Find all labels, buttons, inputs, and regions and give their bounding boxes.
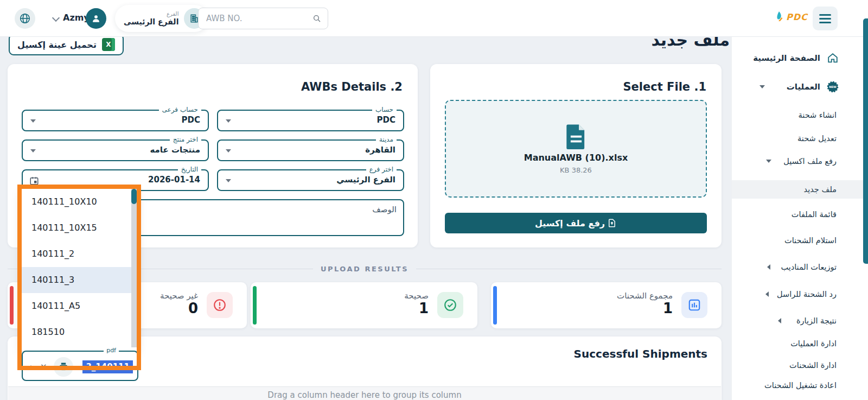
dropdown-option[interactable]: 140111_2: [22, 241, 137, 267]
combo-selected-value[interactable]: 3_140111: [82, 360, 133, 373]
error-icon: [207, 292, 233, 318]
search-icon[interactable]: [312, 14, 321, 23]
product-select[interactable]: اختر منتج منتجات عامه: [22, 139, 209, 161]
sidebar-item-courier-distributions[interactable]: توزيعات المناديب: [732, 258, 868, 276]
chevron-down-icon: [760, 85, 765, 88]
branch-label: الفرع: [124, 11, 178, 17]
incorrect-value: 0: [160, 301, 198, 316]
dropdown-option[interactable]: 181510: [22, 319, 137, 345]
select-file-title: Select File .1: [623, 80, 707, 93]
sidebar-item-new-file[interactable]: ملف جديد: [732, 180, 868, 199]
awb-search-input[interactable]: [205, 13, 312, 24]
dropdown-option-selected[interactable]: 140111_3: [22, 267, 137, 293]
success-accent-bar: [253, 286, 257, 325]
sidebar-item-receive-shipments[interactable]: استلام الشحنات: [732, 231, 868, 250]
avatar[interactable]: [86, 8, 106, 29]
incorrect-label: غير صحيحة: [160, 291, 198, 301]
document-icon: [565, 123, 588, 149]
combo-label-fragment: pdf: [104, 347, 119, 354]
chevron-down-icon: [226, 179, 231, 182]
sidebar-item-home[interactable]: الصفحة الرئيسية: [732, 49, 868, 67]
app-window: Azmy الفرع الفرع الرئيسى PDC: [0, 0, 868, 400]
sidebar-item-operations[interactable]: NEW العمليات: [732, 78, 868, 96]
file-dropzone[interactable]: ManualAWB (10).xlsx KB 38.26: [445, 100, 707, 198]
language-globe-button[interactable]: [15, 8, 35, 29]
top-bar: Azmy الفرع الفرع الرئيسى PDC: [0, 0, 868, 37]
branch-selector[interactable]: الفرع الفرع الرئيسى: [115, 5, 208, 32]
size-dropdown-list: 140111_10X10 140111_10X15 140111_2 14011…: [22, 189, 137, 351]
brand-logo: PDC: [774, 11, 808, 23]
correct-label: صحيحة: [404, 291, 429, 301]
info-accent-bar: [493, 286, 497, 325]
successful-shipments-title: Successful Shipments: [574, 347, 707, 360]
branch-name: الفرع الرئيسى: [124, 17, 178, 26]
sidebar-item-return-shipment[interactable]: رد الشحنة للراسل: [732, 285, 868, 303]
sidebar: الصفحة الرئيسية NEW العمليات انشاء شحنة …: [731, 37, 868, 400]
branch-select[interactable]: اختر فرع الفرع الرئيسي: [217, 169, 404, 191]
awb-details-title: AWBs Details .2: [301, 80, 403, 93]
total-shipments-card: مجموع الشحنات 1: [491, 282, 722, 328]
excel-icon: X: [102, 38, 115, 51]
total-label: مجموع الشحنات: [617, 291, 673, 301]
group-by-strip[interactable]: Drag a column header here to group its c…: [8, 386, 721, 400]
chevron-left-icon: [765, 291, 769, 297]
error-accent-bar: [10, 286, 14, 325]
svg-text:NEW: NEW: [829, 85, 837, 88]
date-field[interactable]: التاريخ 2026-01-14: [22, 169, 209, 191]
file-upload-icon: [607, 218, 617, 228]
select-file-card: Select File .1 ManualAWB (10).xlsx KB 38…: [430, 64, 722, 247]
sidebar-item-create-shipment[interactable]: انشاء شحنة: [732, 106, 868, 124]
chevron-down-icon: [226, 149, 231, 153]
selected-file-name: ManualAWB (10).xlsx: [524, 153, 628, 163]
check-icon: [437, 292, 463, 318]
chevron-down-icon: [226, 119, 231, 123]
sidebar-item-files-list[interactable]: قائمة الملفات: [732, 205, 868, 224]
description-placeholder: الوصف: [372, 205, 397, 214]
sidebar-item-visit-result[interactable]: نتيجة الزيارة: [732, 312, 868, 330]
chevron-left-icon: [778, 318, 781, 323]
printer-button[interactable]: [54, 357, 73, 377]
correct-shipments-card: صحيحة 1: [251, 282, 477, 328]
person-icon: [91, 13, 101, 24]
menu-toggle-button[interactable]: [813, 7, 838, 30]
selected-file-size: KB 38.26: [560, 166, 592, 174]
dropdown-scrollbar[interactable]: [131, 189, 137, 347]
sidebar-item-restart-shipments[interactable]: اعادة تشغيل الشحنات: [732, 376, 868, 395]
sidebar-item-shipments-management[interactable]: ادارة الشحنات: [732, 356, 868, 374]
awb-search: [198, 8, 328, 29]
dropdown-option[interactable]: 140111_A5: [22, 293, 137, 319]
bar-chart-icon: [681, 292, 707, 318]
globe-icon: [19, 12, 31, 24]
total-value: 1: [617, 301, 673, 316]
sub-account-select[interactable]: حساب فرعى PDC: [22, 110, 209, 131]
correct-value: 1: [404, 301, 429, 316]
group-by-hint: Drag a column header here to group its c…: [8, 390, 721, 400]
page-scrollbar[interactable]: [863, 18, 868, 264]
chevron-down-icon: [766, 160, 771, 163]
city-select[interactable]: مدينة القاهرة: [217, 139, 404, 161]
sidebar-item-edit-shipment[interactable]: تعديل شحنة: [732, 129, 868, 148]
download-excel-sample-button[interactable]: تحميل عينة إكسيل X: [9, 34, 124, 55]
label-size-combo[interactable]: pdf ✕ 3_140111: [22, 351, 138, 381]
upload-excel-button[interactable]: رفع ملف إكسيل: [445, 213, 707, 233]
sidebar-item-upload-excel[interactable]: رفع ملف اكسيل: [732, 152, 868, 170]
operations-gear-icon: NEW: [826, 80, 840, 94]
printer-icon: [58, 361, 69, 372]
calendar-icon[interactable]: [29, 176, 39, 186]
chevron-down-icon[interactable]: [52, 14, 60, 22]
hamburger-icon: [819, 14, 831, 16]
branch-text: الفرع الفرع الرئيسى: [124, 11, 178, 26]
home-icon: [826, 51, 840, 65]
chevron-down-icon: [30, 119, 36, 123]
pdc-flame-icon: [774, 11, 784, 23]
account-select[interactable]: حساب PDC: [217, 110, 404, 131]
dropdown-option[interactable]: 140111_10X10: [22, 189, 137, 215]
brand-text: PDC: [786, 12, 808, 22]
sidebar-item-operations-management[interactable]: ادارة العمليات: [732, 334, 868, 353]
chevron-left-icon: [767, 264, 770, 270]
dropdown-option[interactable]: 140111_10X15: [22, 215, 137, 241]
chevron-up-icon[interactable]: [28, 365, 34, 369]
clear-icon[interactable]: ✕: [40, 363, 47, 371]
chevron-down-icon: [30, 149, 36, 153]
